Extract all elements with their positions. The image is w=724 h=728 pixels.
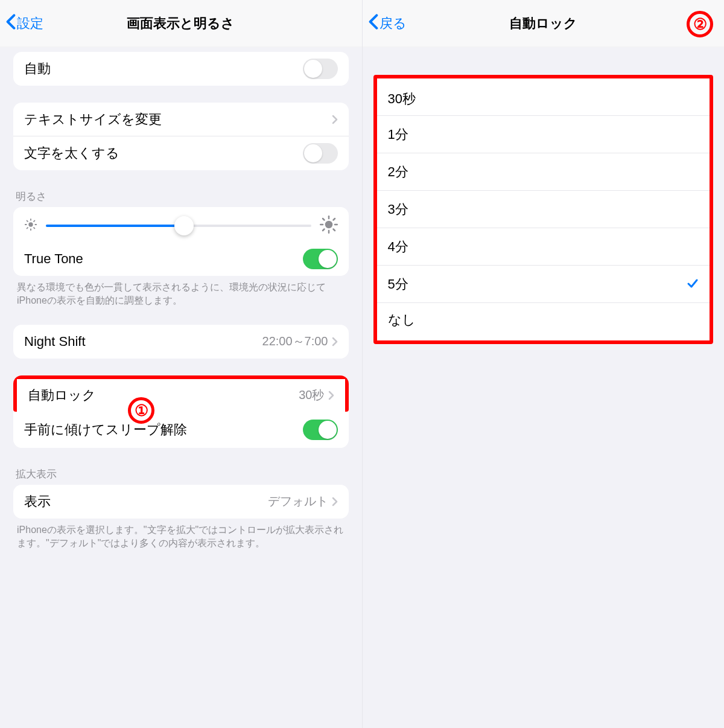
- zoom-header: 拡大表示: [16, 467, 346, 481]
- svg-line-17: [333, 219, 335, 220]
- bold-text-toggle[interactable]: [303, 143, 338, 164]
- svg-line-7: [27, 228, 28, 228]
- true-tone-label: True Tone: [24, 251, 303, 267]
- svg-line-14: [323, 219, 325, 220]
- checkmark-icon: [687, 276, 699, 293]
- true-tone-toggle[interactable]: [303, 249, 338, 269]
- auto-appearance-label: 自動: [24, 60, 303, 78]
- svg-line-16: [323, 229, 325, 231]
- text-size-label: テキストサイズを変更: [24, 110, 332, 129]
- svg-line-6: [34, 228, 34, 228]
- brightness-slider-row: [13, 207, 349, 242]
- brightness-group: True Tone: [13, 207, 349, 276]
- bold-text-row[interactable]: 文字を太くする: [13, 136, 349, 170]
- night-shift-group: Night Shift 22:00～7:00: [13, 325, 349, 359]
- auto-lock-option-label: 3分: [388, 200, 699, 219]
- auto-lock-option[interactable]: 2分: [377, 153, 710, 191]
- callout-badge-2: ②: [687, 11, 713, 37]
- nav-title: 自動ロック: [509, 14, 577, 33]
- nav-bar: 設定 画面表示と明るさ: [0, 0, 362, 47]
- zoom-label: 表示: [24, 493, 268, 511]
- auto-lock-option-label: なし: [388, 311, 699, 329]
- bold-text-label: 文字を太くする: [24, 144, 303, 162]
- sun-small-icon: [24, 218, 37, 234]
- auto-appearance-row[interactable]: 自動: [13, 52, 349, 86]
- svg-point-0: [28, 222, 33, 226]
- nav-back-button[interactable]: 戻る: [369, 0, 407, 46]
- text-size-row[interactable]: テキストサイズを変更: [13, 103, 349, 136]
- nav-back-label: 設定: [17, 14, 43, 33]
- true-tone-row[interactable]: True Tone: [13, 242, 349, 276]
- auto-lock-option-label: 30秒: [388, 90, 699, 108]
- chevron-left-icon: [369, 13, 379, 34]
- zoom-value: デフォルト: [268, 493, 328, 509]
- chevron-right-icon: [328, 391, 334, 400]
- lock-group: 自動ロック 30秒 手前に傾けてスリープ解除: [13, 375, 349, 448]
- appearance-group: 自動: [13, 52, 349, 86]
- svg-line-8: [34, 221, 34, 222]
- chevron-right-icon: [332, 337, 338, 346]
- brightness-slider[interactable]: [46, 217, 311, 235]
- display-settings-panel: 設定 画面表示と明るさ 自動 テキストサイズを変更 文字を太くする: [0, 0, 363, 728]
- zoom-group: 表示 デフォルト: [13, 485, 349, 519]
- auto-lock-option[interactable]: 3分: [377, 191, 710, 228]
- raise-to-wake-row[interactable]: 手前に傾けてスリープ解除: [13, 412, 349, 448]
- auto-lock-option[interactable]: 1分: [377, 116, 710, 153]
- chevron-left-icon: [6, 13, 17, 34]
- auto-lock-label: 自動ロック: [28, 386, 299, 404]
- chevron-right-icon: [332, 497, 338, 506]
- svg-line-15: [333, 229, 335, 231]
- svg-line-5: [27, 221, 28, 222]
- zoom-footer: iPhoneの表示を選択します。"文字を拡大"ではコントロールが拡大表示されます…: [17, 523, 345, 551]
- chevron-right-icon: [332, 115, 338, 124]
- auto-lock-panel: 戻る 自動ロック 30秒1分2分3分4分5分なし ②: [363, 0, 725, 728]
- night-shift-label: Night Shift: [24, 334, 262, 350]
- night-shift-row[interactable]: Night Shift 22:00～7:00: [13, 325, 349, 359]
- callout-badge-1: ①: [128, 397, 154, 424]
- auto-lock-option-label: 5分: [388, 275, 687, 293]
- text-group: テキストサイズを変更 文字を太くする: [13, 103, 349, 170]
- auto-lock-option[interactable]: なし: [377, 303, 710, 340]
- auto-lock-option[interactable]: 4分: [377, 228, 710, 266]
- auto-lock-value: 30秒: [299, 387, 324, 403]
- brightness-header: 明るさ: [16, 190, 346, 203]
- nav-back-button[interactable]: 設定: [6, 0, 43, 46]
- true-tone-footer: 異なる環境でも色が一貫して表示されるように、環境光の状況に応じてiPhoneの表…: [17, 281, 345, 308]
- svg-point-9: [325, 221, 332, 229]
- sun-large-icon: [320, 216, 338, 236]
- zoom-row[interactable]: 表示 デフォルト: [13, 485, 349, 519]
- auto-lock-row[interactable]: 自動ロック 30秒: [13, 375, 349, 412]
- slider-thumb[interactable]: [174, 216, 194, 235]
- auto-lock-options-group: 30秒1分2分3分4分5分なし: [373, 75, 714, 344]
- night-shift-value: 22:00～7:00: [262, 333, 328, 350]
- nav-back-label: 戻る: [379, 14, 407, 33]
- auto-lock-option[interactable]: 5分: [377, 266, 710, 303]
- auto-lock-option-label: 1分: [388, 126, 699, 144]
- raise-to-wake-label: 手前に傾けてスリープ解除: [24, 421, 303, 439]
- auto-lock-option[interactable]: 30秒: [377, 78, 710, 116]
- auto-appearance-toggle[interactable]: [303, 59, 338, 79]
- nav-title: 画面表示と明るさ: [127, 14, 235, 33]
- nav-bar: 戻る 自動ロック: [363, 0, 725, 47]
- auto-lock-option-label: 4分: [388, 238, 699, 256]
- auto-lock-option-label: 2分: [388, 163, 699, 181]
- raise-to-wake-toggle[interactable]: [303, 420, 338, 440]
